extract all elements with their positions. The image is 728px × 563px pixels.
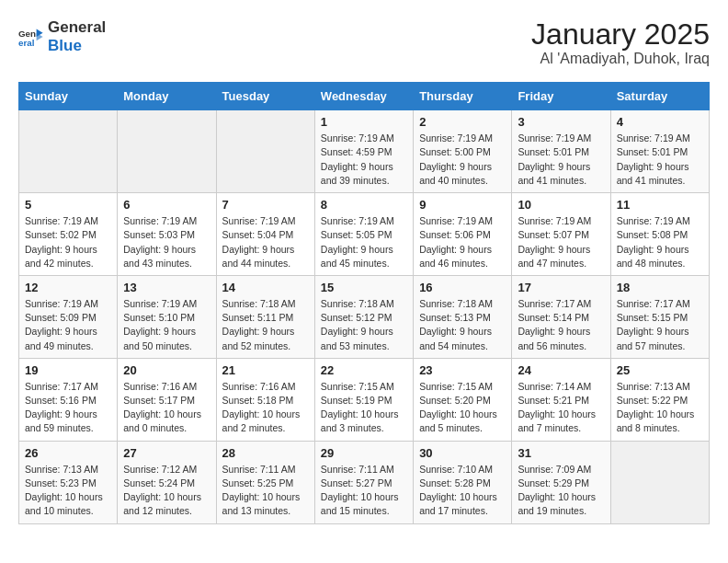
day-info: Sunrise: 7:18 AM Sunset: 5:12 PM Dayligh… <box>321 297 407 353</box>
calendar-cell: 25Sunrise: 7:13 AM Sunset: 5:22 PM Dayli… <box>610 358 709 441</box>
calendar-cell: 14Sunrise: 7:18 AM Sunset: 5:11 PM Dayli… <box>216 275 314 358</box>
day-info: Sunrise: 7:17 AM Sunset: 5:15 PM Dayligh… <box>617 297 703 353</box>
title-block: January 2025 Al 'Amadiyah, Duhok, Iraq <box>531 18 710 67</box>
week-row-5: 26Sunrise: 7:13 AM Sunset: 5:23 PM Dayli… <box>19 441 710 523</box>
day-info: Sunrise: 7:18 AM Sunset: 5:11 PM Dayligh… <box>222 297 309 353</box>
logo-line2: Blue <box>48 37 106 55</box>
column-header-sunday: Sunday <box>19 83 118 110</box>
day-number: 14 <box>222 281 309 294</box>
calendar-cell: 21Sunrise: 7:16 AM Sunset: 5:18 PM Dayli… <box>216 358 314 441</box>
day-info: Sunrise: 7:15 AM Sunset: 5:20 PM Dayligh… <box>419 380 506 436</box>
column-header-tuesday: Tuesday <box>216 83 314 110</box>
day-number: 15 <box>321 281 407 294</box>
day-number: 8 <box>321 198 407 212</box>
day-number: 5 <box>25 198 111 212</box>
calendar-cell: 30Sunrise: 7:10 AM Sunset: 5:28 PM Dayli… <box>414 441 512 523</box>
day-number: 11 <box>617 198 703 212</box>
day-info: Sunrise: 7:19 AM Sunset: 5:10 PM Dayligh… <box>123 297 210 353</box>
calendar-cell: 24Sunrise: 7:14 AM Sunset: 5:21 PM Dayli… <box>512 358 610 441</box>
day-info: Sunrise: 7:19 AM Sunset: 5:06 PM Dayligh… <box>419 214 506 270</box>
day-number: 9 <box>419 198 506 212</box>
day-number: 4 <box>617 115 703 129</box>
day-number: 10 <box>518 198 604 212</box>
day-number: 6 <box>123 198 210 212</box>
calendar-cell: 20Sunrise: 7:16 AM Sunset: 5:17 PM Dayli… <box>118 358 216 441</box>
calendar-cell: 17Sunrise: 7:17 AM Sunset: 5:14 PM Dayli… <box>512 275 610 358</box>
day-info: Sunrise: 7:09 AM Sunset: 5:29 PM Dayligh… <box>518 463 604 519</box>
day-number: 1 <box>321 115 407 129</box>
day-number: 22 <box>321 363 407 377</box>
day-info: Sunrise: 7:19 AM Sunset: 5:00 PM Dayligh… <box>419 132 506 188</box>
calendar-cell <box>19 110 118 193</box>
day-info: Sunrise: 7:11 AM Sunset: 5:25 PM Dayligh… <box>222 463 309 519</box>
column-header-friday: Friday <box>512 83 610 110</box>
calendar-cell: 3Sunrise: 7:19 AM Sunset: 5:01 PM Daylig… <box>512 110 610 193</box>
calendar-cell: 15Sunrise: 7:18 AM Sunset: 5:12 PM Dayli… <box>314 275 413 358</box>
day-info: Sunrise: 7:14 AM Sunset: 5:21 PM Dayligh… <box>518 380 604 436</box>
column-header-thursday: Thursday <box>414 83 512 110</box>
day-number: 31 <box>518 446 604 460</box>
day-info: Sunrise: 7:19 AM Sunset: 5:07 PM Dayligh… <box>518 214 604 270</box>
day-number: 16 <box>419 281 506 294</box>
day-number: 27 <box>123 446 210 460</box>
day-info: Sunrise: 7:19 AM Sunset: 5:01 PM Dayligh… <box>617 132 703 188</box>
day-info: Sunrise: 7:19 AM Sunset: 5:09 PM Dayligh… <box>25 297 111 353</box>
day-number: 23 <box>419 363 506 377</box>
day-number: 25 <box>617 363 703 377</box>
day-number: 30 <box>419 446 506 460</box>
calendar-cell: 31Sunrise: 7:09 AM Sunset: 5:29 PM Dayli… <box>512 441 610 523</box>
day-info: Sunrise: 7:19 AM Sunset: 5:01 PM Dayligh… <box>518 132 604 188</box>
day-info: Sunrise: 7:10 AM Sunset: 5:28 PM Dayligh… <box>419 463 506 519</box>
calendar-cell: 16Sunrise: 7:18 AM Sunset: 5:13 PM Dayli… <box>414 275 512 358</box>
day-info: Sunrise: 7:19 AM Sunset: 5:04 PM Dayligh… <box>222 214 309 270</box>
day-number: 28 <box>222 446 309 460</box>
day-number: 29 <box>321 446 407 460</box>
day-info: Sunrise: 7:11 AM Sunset: 5:27 PM Dayligh… <box>321 463 407 519</box>
calendar-cell: 22Sunrise: 7:15 AM Sunset: 5:19 PM Dayli… <box>314 358 413 441</box>
day-info: Sunrise: 7:13 AM Sunset: 5:23 PM Dayligh… <box>25 463 111 519</box>
calendar-cell: 12Sunrise: 7:19 AM Sunset: 5:09 PM Dayli… <box>19 275 118 358</box>
svg-text:eral: eral <box>18 37 35 47</box>
calendar-cell: 27Sunrise: 7:12 AM Sunset: 5:24 PM Dayli… <box>118 441 216 523</box>
calendar-cell: 26Sunrise: 7:13 AM Sunset: 5:23 PM Dayli… <box>19 441 118 523</box>
day-number: 12 <box>25 281 111 294</box>
calendar-cell: 6Sunrise: 7:19 AM Sunset: 5:03 PM Daylig… <box>118 193 216 276</box>
day-info: Sunrise: 7:13 AM Sunset: 5:22 PM Dayligh… <box>617 380 703 436</box>
day-info: Sunrise: 7:15 AM Sunset: 5:19 PM Dayligh… <box>321 380 407 436</box>
day-number: 2 <box>419 115 506 129</box>
calendar-cell <box>610 441 709 523</box>
calendar-cell: 11Sunrise: 7:19 AM Sunset: 5:08 PM Dayli… <box>610 193 709 276</box>
day-number: 18 <box>617 281 703 294</box>
calendar-cell: 19Sunrise: 7:17 AM Sunset: 5:16 PM Dayli… <box>19 358 118 441</box>
day-info: Sunrise: 7:19 AM Sunset: 5:03 PM Dayligh… <box>123 214 210 270</box>
day-number: 20 <box>123 363 210 377</box>
day-number: 3 <box>518 115 604 129</box>
day-number: 19 <box>25 363 111 377</box>
day-info: Sunrise: 7:17 AM Sunset: 5:16 PM Dayligh… <box>25 380 111 436</box>
calendar-cell: 5Sunrise: 7:19 AM Sunset: 5:02 PM Daylig… <box>19 193 118 276</box>
calendar-cell: 9Sunrise: 7:19 AM Sunset: 5:06 PM Daylig… <box>414 193 512 276</box>
day-number: 7 <box>222 198 309 212</box>
calendar-subtitle: Al 'Amadiyah, Duhok, Iraq <box>531 51 710 67</box>
day-info: Sunrise: 7:19 AM Sunset: 5:05 PM Dayligh… <box>321 214 407 270</box>
day-info: Sunrise: 7:16 AM Sunset: 5:17 PM Dayligh… <box>123 380 210 436</box>
week-row-4: 19Sunrise: 7:17 AM Sunset: 5:16 PM Dayli… <box>19 358 710 441</box>
calendar-cell: 2Sunrise: 7:19 AM Sunset: 5:00 PM Daylig… <box>414 110 512 193</box>
calendar-cell: 10Sunrise: 7:19 AM Sunset: 5:07 PM Dayli… <box>512 193 610 276</box>
day-info: Sunrise: 7:17 AM Sunset: 5:14 PM Dayligh… <box>518 297 604 353</box>
day-number: 24 <box>518 363 604 377</box>
column-header-saturday: Saturday <box>610 83 709 110</box>
calendar-cell: 28Sunrise: 7:11 AM Sunset: 5:25 PM Dayli… <box>216 441 314 523</box>
calendar-cell: 29Sunrise: 7:11 AM Sunset: 5:27 PM Dayli… <box>314 441 413 523</box>
calendar-cell <box>216 110 314 193</box>
calendar-cell: 8Sunrise: 7:19 AM Sunset: 5:05 PM Daylig… <box>314 193 413 276</box>
calendar-cell: 7Sunrise: 7:19 AM Sunset: 5:04 PM Daylig… <box>216 193 314 276</box>
day-info: Sunrise: 7:19 AM Sunset: 4:59 PM Dayligh… <box>321 132 407 188</box>
calendar-cell: 23Sunrise: 7:15 AM Sunset: 5:20 PM Dayli… <box>414 358 512 441</box>
calendar-cell: 13Sunrise: 7:19 AM Sunset: 5:10 PM Dayli… <box>118 275 216 358</box>
day-number: 17 <box>518 281 604 294</box>
calendar-cell <box>118 110 216 193</box>
logo-line1: General <box>48 18 106 37</box>
day-info: Sunrise: 7:12 AM Sunset: 5:24 PM Dayligh… <box>123 463 210 519</box>
day-info: Sunrise: 7:19 AM Sunset: 5:08 PM Dayligh… <box>617 214 703 270</box>
